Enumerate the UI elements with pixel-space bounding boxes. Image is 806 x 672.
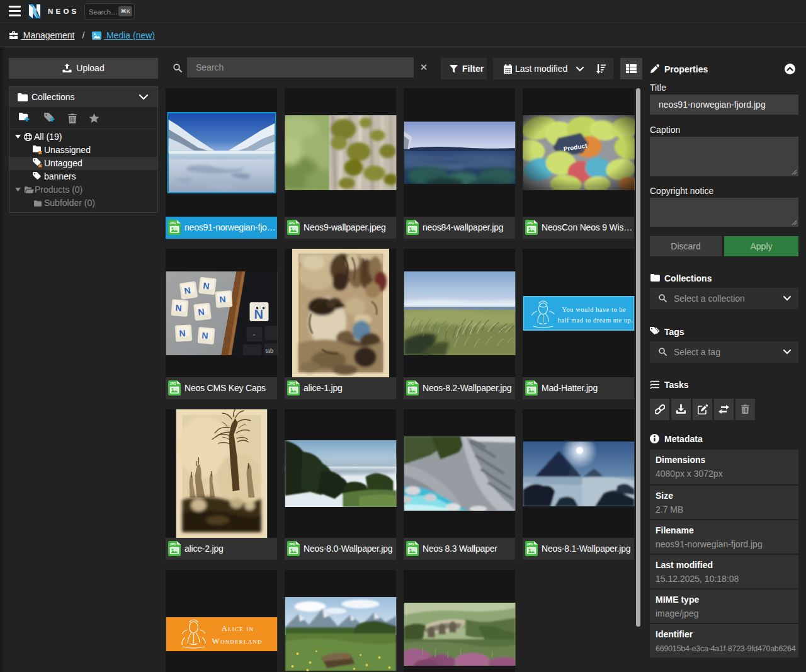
svg-text:JPG: JPG: [288, 542, 295, 546]
svg-text:N: N: [174, 302, 181, 313]
svg-text:N: N: [202, 280, 210, 291]
svg-text:JPG: JPG: [169, 221, 176, 225]
svg-text:JPG: JPG: [407, 382, 414, 385]
svg-text:JPG: JPG: [407, 221, 414, 225]
svg-text:Wonderland: Wonderland: [212, 636, 262, 646]
svg-text:half mad to dream me up.: half mad to dream me up.: [557, 317, 633, 324]
svg-text:^: ^: [253, 333, 255, 338]
svg-text:JPG: JPG: [526, 382, 533, 385]
svg-text:You would have to be: You would have to be: [562, 306, 626, 313]
svg-text:JPG: JPG: [169, 382, 176, 385]
svg-text:tab: tab: [265, 348, 273, 354]
svg-text:JPG: JPG: [169, 542, 176, 546]
svg-text:JPG: JPG: [288, 221, 295, 225]
svg-text:JPG: JPG: [288, 382, 295, 385]
svg-text:N: N: [179, 327, 186, 338]
svg-text:JPG: JPG: [526, 221, 533, 225]
svg-text:N: N: [197, 306, 205, 317]
svg-text:Alice in: Alice in: [221, 624, 254, 633]
svg-text:JPG: JPG: [526, 542, 533, 546]
svg-text:N: N: [219, 293, 225, 304]
svg-text:JPG: JPG: [407, 542, 414, 546]
svg-text:N: N: [201, 330, 208, 341]
